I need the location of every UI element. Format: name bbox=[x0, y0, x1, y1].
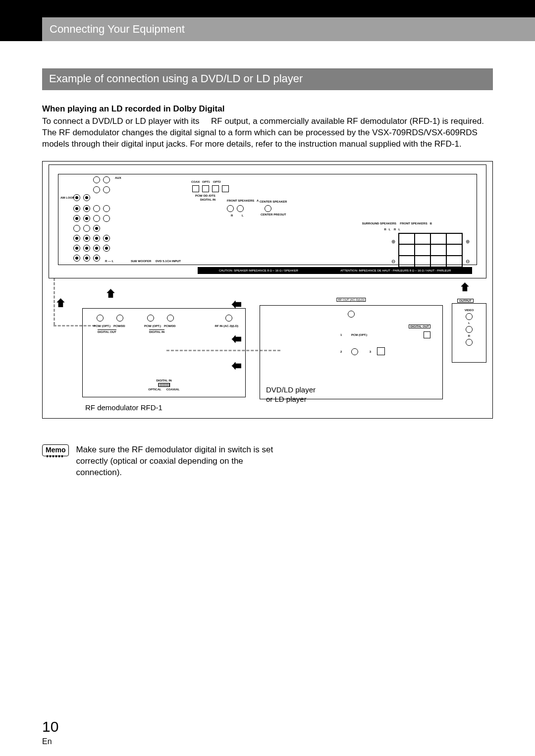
term-minus: ⊖ bbox=[466, 259, 470, 264]
speaker-term bbox=[237, 205, 244, 212]
player-label-1: DVD/LD player bbox=[266, 385, 316, 395]
rca-jack bbox=[103, 245, 110, 252]
label-dvd51: DVD 5.1CH INPUT bbox=[156, 260, 181, 263]
label-subwoofer: SUB WOOFER bbox=[131, 260, 151, 263]
rf-demodulator: PCM/ (OPT.) PCM/DD DIGITAL OUT PCM/ (OPT… bbox=[82, 308, 246, 397]
audio-r-jack bbox=[466, 339, 473, 346]
label-front-a: FRONT SPEAKERS A bbox=[227, 199, 259, 202]
rca-jack bbox=[93, 245, 100, 252]
arrow-up-icon: 🡅 bbox=[106, 288, 116, 301]
coax-jack bbox=[192, 185, 199, 192]
label-output: OUTPUT bbox=[457, 299, 474, 303]
rca-jack bbox=[93, 225, 100, 232]
section-title: Connecting Your Equipment bbox=[50, 23, 185, 36]
opt-jack bbox=[212, 185, 219, 192]
rca-jack bbox=[93, 255, 100, 262]
page-subheader: Example of connection using a DVD/LD or … bbox=[42, 68, 493, 90]
page-content: Example of connection using a DVD/LD or … bbox=[0, 41, 535, 479]
label-digital-out: DIGITAL OUT bbox=[409, 324, 430, 328]
label-center-sp: CENTER SPEAKER bbox=[260, 200, 287, 203]
term-minus: ⊖ bbox=[391, 259, 395, 264]
digital-jack-2 bbox=[351, 348, 358, 355]
label-pcm-opt-in: PCM/ (OPT.) bbox=[144, 324, 161, 327]
player-output-block: OUTPUT VIDEO L R bbox=[452, 303, 486, 363]
page-number: 10 bbox=[42, 718, 58, 735]
label-pcm: PCM/ DD /DTS bbox=[195, 194, 215, 197]
rca-jack bbox=[83, 235, 90, 242]
label-rlrl: R L R L bbox=[384, 228, 400, 231]
rca-jack bbox=[73, 205, 80, 212]
video-jack bbox=[466, 313, 473, 320]
dvd-ld-player: RF OUT (AC-3)(LD) DIGITAL OUT PCM (OPT.)… bbox=[260, 305, 443, 399]
connection-diagram: AUX AM LOOP bbox=[42, 161, 493, 419]
top-black-bar bbox=[0, 0, 535, 17]
label-aux: AUX bbox=[115, 176, 121, 179]
label-3: 3 bbox=[370, 350, 371, 353]
header-black-corner bbox=[0, 17, 42, 41]
label-pcm-dd-in: PCM/DD bbox=[164, 324, 176, 327]
label-dig-out: DIGITAL OUT bbox=[98, 329, 116, 333]
receiver-inner: AUX AM LOOP bbox=[58, 174, 477, 265]
receiver-rear-panel: AUX AM LOOP bbox=[49, 164, 486, 278]
demodulator-caption: RF demodulator RFD-1 bbox=[85, 403, 162, 412]
rca-jack bbox=[103, 186, 110, 193]
label-opt2: OPT2 bbox=[213, 180, 221, 183]
rca-jack bbox=[103, 176, 110, 183]
label-amloop: AM LOOP bbox=[60, 196, 74, 199]
label-dig-in-top: DIGITAL IN bbox=[149, 329, 164, 333]
rca-jack bbox=[73, 255, 80, 262]
opt-in bbox=[147, 315, 154, 322]
caution-left: CAUTION: SPEAKER IMPEDANCE 8 Ω ~ 16 Ω / … bbox=[219, 269, 298, 272]
label-coax: COAX bbox=[191, 180, 200, 183]
rca-jack bbox=[83, 225, 90, 232]
memo-badge: Memo bbox=[42, 444, 69, 456]
player-label-2: or LD player bbox=[266, 394, 316, 404]
section-header: Connecting Your Equipment bbox=[0, 17, 535, 41]
subheader-title: Example of connection using a DVD/LD or … bbox=[49, 72, 303, 85]
memo-text: Make sure the RF demodulator digital in … bbox=[76, 444, 289, 479]
rca-jack bbox=[73, 215, 80, 222]
rf-in-jack bbox=[225, 315, 232, 322]
intro-body-text: To connect a DVD/LD or LD player with it… bbox=[42, 116, 484, 149]
term-plus: ⊕ bbox=[391, 239, 395, 244]
switch-icon bbox=[158, 383, 170, 387]
rca-jack bbox=[83, 215, 90, 222]
label-r: R bbox=[452, 334, 486, 337]
label-pcm-opt-out: PCM/ (OPT.) bbox=[94, 324, 110, 327]
speaker-terminal-block bbox=[398, 233, 463, 268]
player-label: DVD/LD player or LD player bbox=[266, 385, 316, 404]
label-1: 1 bbox=[340, 333, 342, 336]
opt-out bbox=[97, 315, 104, 322]
label-digital-in: DIGITAL IN bbox=[148, 379, 179, 382]
caution-strip: CAUTION: SPEAKER IMPEDANCE 8 Ω ~ 16 Ω / … bbox=[198, 267, 472, 274]
opt-jack bbox=[202, 185, 209, 192]
label-digin: DIGITAL IN bbox=[200, 198, 215, 201]
rca-jack bbox=[83, 194, 90, 201]
language-code: En bbox=[42, 737, 52, 746]
rf-out-jack bbox=[348, 311, 355, 318]
rca-jack bbox=[73, 194, 80, 201]
rca-jack bbox=[73, 225, 80, 232]
rca-jack bbox=[93, 176, 100, 183]
arrow-up-icon: 🡅 bbox=[460, 281, 471, 294]
rca-jack bbox=[93, 186, 100, 193]
speaker-term bbox=[227, 205, 234, 212]
label-opt1: OPT1 bbox=[202, 180, 210, 183]
rca-jack bbox=[93, 205, 100, 212]
digital-in-switch: DIGITAL IN OPTICAL COAXIAL bbox=[148, 379, 179, 391]
arrow-up-icon: 🡅 bbox=[55, 297, 66, 310]
label-l: L bbox=[452, 322, 486, 324]
rca-jack bbox=[73, 245, 80, 252]
rca-jack bbox=[83, 255, 90, 262]
pcm-opt-jack bbox=[424, 331, 430, 338]
term-plus: ⊕ bbox=[466, 239, 470, 244]
label-pcm-dd-out: PCM/DD bbox=[113, 324, 125, 327]
center-preout bbox=[265, 205, 271, 212]
rca-jack bbox=[93, 235, 100, 242]
rca-jack bbox=[93, 215, 100, 222]
caution-right: ATTENTION: IMPEDANCE DE HAUT - PARLEURS … bbox=[340, 269, 451, 272]
memo-row: Memo Make sure the RF demodulator digita… bbox=[42, 444, 493, 479]
rca-jack bbox=[83, 245, 90, 252]
opt-jack bbox=[222, 185, 229, 192]
coax-out bbox=[116, 315, 123, 322]
